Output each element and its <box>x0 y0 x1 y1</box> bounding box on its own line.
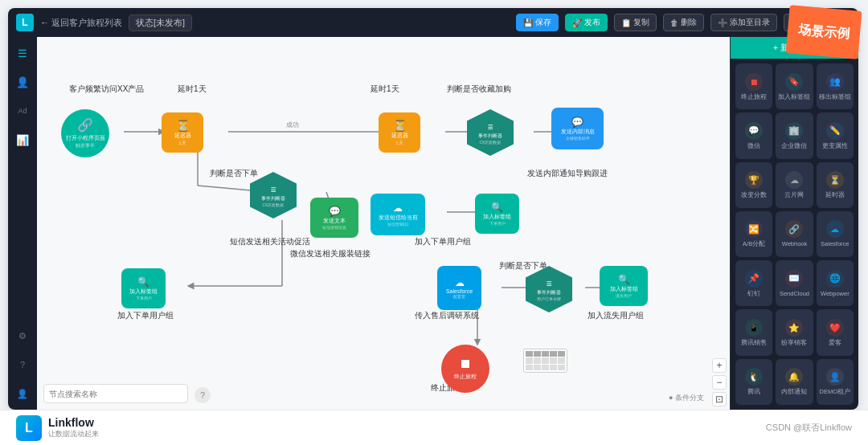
panel-item-icon: 🔗 <box>785 220 803 238</box>
panel-item[interactable]: 🏆 改变分数 <box>735 162 772 208</box>
panel-item-icon: 🌐 <box>826 270 844 288</box>
zoom-minus-button[interactable]: − <box>712 375 727 390</box>
panel-item[interactable]: ☁ Salesforce <box>817 211 854 257</box>
panel-item-label: 微信 <box>747 142 760 149</box>
panel-item[interactable]: 👤 DEMO租户 <box>817 359 854 405</box>
sidebar-icon-menu[interactable]: ☰ <box>13 43 32 63</box>
zoom-reset-button[interactable]: ⊡ <box>712 392 727 406</box>
panel-item[interactable]: 👥 移出标签组 <box>817 63 854 109</box>
label-judge1: 判断是否下单 <box>210 168 258 179</box>
panel-item-label: 移出标签组 <box>819 93 851 100</box>
content-area: ☰ 👤 Ad 📊 ⚙ ? 👤 <box>8 37 858 410</box>
panel-item-icon: ⏹ <box>745 73 763 91</box>
canvas-help-button[interactable]: ? <box>194 387 211 403</box>
panel-item-label: Salesforce <box>821 240 849 247</box>
panel-item[interactable]: 💬 微信 <box>735 112 772 158</box>
panel-item[interactable]: 🔔 内部通知 <box>776 359 813 405</box>
brand-logo: L Linkflow 让数据流动起来 <box>16 415 99 441</box>
sidebar-icon-chart[interactable]: 📊 <box>13 130 32 149</box>
panel-item[interactable]: ⏳ 延时器 <box>817 162 854 208</box>
node-add-tag2[interactable]: 🔍 加入标签组 下单用户 <box>121 268 166 308</box>
back-button[interactable]: ← 返回客户旅程列表 <box>40 17 122 29</box>
panel-item[interactable]: 🔖 加入标签组 <box>776 63 813 109</box>
panel-item-label: 腾讯销售 <box>741 339 767 346</box>
save-button[interactable]: 💾 保存 <box>516 14 559 31</box>
panel-item-icon: 📌 <box>745 270 763 288</box>
label-judge2: 判断是否收藏加购 <box>447 84 511 95</box>
panel-item[interactable]: ⏹ 终止旅程 <box>735 63 772 109</box>
panel-item-label: Webpower <box>821 290 850 297</box>
sidebar-icon-ad[interactable]: Ad <box>13 101 32 120</box>
label-judge3: 判断是否下单 <box>499 260 547 271</box>
sidebar-icon-user2[interactable]: 👤 <box>13 384 32 403</box>
node-salesforce[interactable]: ☁ Salesforce 配置置 <box>437 266 481 310</box>
panel-item-icon: ⭐ <box>785 319 803 337</box>
panel-item-label: A/B分配 <box>743 240 765 247</box>
panel-item-label: Webhook <box>782 240 808 247</box>
label-wechat-send: 微信发送相关服装链接 <box>290 248 371 259</box>
panel-item[interactable]: 🔗 Webhook <box>776 211 813 257</box>
publish-button[interactable]: 🚀 发布 <box>565 14 608 31</box>
panel-item[interactable]: ☁ 云片网 <box>776 162 813 208</box>
panel-item-label: 终止旅程 <box>741 93 767 100</box>
sidebar-icon-help[interactable]: ? <box>13 355 32 374</box>
panel-item[interactable]: 🐧 腾讯 <box>735 359 772 405</box>
zoom-plus-button[interactable]: + <box>712 358 727 373</box>
label-sms-promo: 短信发送相关活动促活 <box>230 236 310 247</box>
node-send-sms[interactable]: ☁ 发送短信给当前 短信营销(1) <box>371 194 425 235</box>
panel-item-label: 爱客 <box>829 339 841 346</box>
panel-item[interactable]: 🔀 A/B分配 <box>735 211 772 257</box>
panel-item[interactable]: ⭐ 纷享销客 <box>776 309 813 355</box>
label-transfer-crm: 传入售后调研系统 <box>415 310 479 321</box>
panel-item[interactable]: 🌐 Webpower <box>817 260 854 306</box>
node-open-mini[interactable]: 🔗 打开小程序页面 触发事件 <box>61 109 109 157</box>
node-judge-collect[interactable]: ≡ 事件判断器 CK店套数据 <box>467 109 514 156</box>
logo-text-group: Linkflow 让数据流动起来 <box>48 416 99 439</box>
node-add-tag3[interactable]: 🔍 加入标签组 流失用户 <box>600 266 648 306</box>
panel-item[interactable]: ✉️ SendCloud <box>776 260 813 306</box>
canvas-area[interactable]: 成功 客户频繁访问XX产品 延时1天 延时1天 判断是否收藏加购 判断是否下单 … <box>37 37 730 410</box>
panel-item-icon: ✉️ <box>785 270 803 288</box>
panel-item[interactable]: 📌 钉钉 <box>735 260 772 306</box>
canvas-search-input[interactable] <box>43 384 188 403</box>
panel-item-icon: 🔖 <box>785 73 803 91</box>
node-judge-order2[interactable]: ≡ 事件判断器 用户订单令牌 <box>526 266 572 312</box>
panel-item[interactable]: ✏️ 更变属性 <box>817 112 854 158</box>
panel-item-icon: ⏳ <box>826 171 844 189</box>
node-send-text[interactable]: 💬 发送文本 短信促销信息 <box>310 198 358 238</box>
add-to-list-button[interactable]: ➕ 添加至目录 <box>710 14 777 31</box>
panel-items-grid: ⏹ 终止旅程 🔖 加入标签组 👥 移出标签组 💬 微信 🏢 企业微信 ✏️ 更变… <box>731 59 858 410</box>
panel-item-icon: ☁ <box>826 220 844 238</box>
panel-item-label: 云片网 <box>784 191 804 198</box>
panel-item-label: DEMO租户 <box>820 388 851 395</box>
node-delay2[interactable]: ⏳ 延迟器 1天 <box>379 112 420 153</box>
panel-item-icon: 👥 <box>826 73 844 91</box>
panel-item-icon: 🐧 <box>745 368 763 386</box>
node-stop[interactable]: ⏹ 终止旅程 <box>441 345 489 393</box>
brand-tagline: 让数据流动起来 <box>48 429 99 439</box>
delete-button[interactable]: 🗑 删除 <box>663 14 704 31</box>
panel-item[interactable]: 📱 腾讯销售 <box>735 309 772 355</box>
panel-item-label: 更变属性 <box>822 142 848 149</box>
copy-button[interactable]: 📋 复制 <box>614 14 657 31</box>
credit-text: CSDN @联否Linkflow <box>766 422 852 434</box>
right-panel: + 新建连接 ⏹ 终止旅程 🔖 加入标签组 👥 移出标签组 💬 微信 🏢 企业微… <box>730 37 858 410</box>
panel-item[interactable]: ❤️ 爱客 <box>817 309 854 355</box>
panel-item-icon: 🏢 <box>785 122 803 140</box>
panel-item-icon: 💬 <box>745 122 763 140</box>
node-add-tag1[interactable]: 🔍 加入标签组 下单用户 <box>475 194 519 234</box>
panel-item-icon: 👤 <box>826 368 844 386</box>
panel-item-label: 腾讯 <box>747 388 760 395</box>
topbar-logo: L <box>16 14 34 31</box>
panel-item-label: SendCloud <box>780 290 809 297</box>
sidebar-icon-settings[interactable]: ⚙ <box>13 326 32 345</box>
node-send-internal[interactable]: 💬 发送内部消息 企微销售助手 <box>551 108 604 149</box>
node-delay1[interactable]: ⏳ 延迟器 1天 <box>162 112 203 153</box>
label-start: 客户频繁访问XX产品 <box>69 84 144 95</box>
main-card: L ← 返回客户旅程列表 状态[未发布] 💾 保存 🚀 发布 📋 复制 🗑 删除… <box>8 8 858 410</box>
label-internal-notify: 发送内部通知导购跟进 <box>527 168 608 179</box>
sidebar-icon-user[interactable]: 👤 <box>13 72 32 92</box>
panel-item-label: 加入标签组 <box>778 93 810 100</box>
panel-item[interactable]: 🏢 企业微信 <box>776 112 813 158</box>
label-join-tag2: 加入下单用户组 <box>415 236 471 247</box>
